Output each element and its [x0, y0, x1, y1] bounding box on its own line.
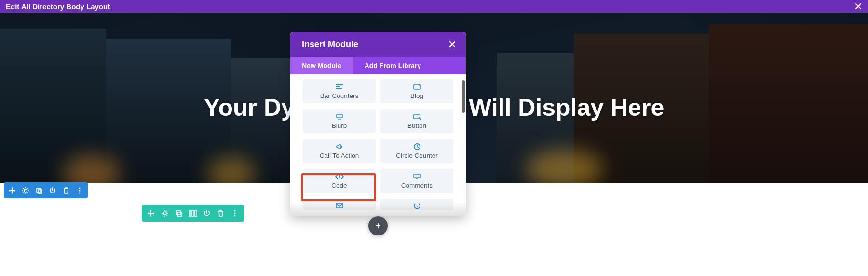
settings-icon[interactable]: [21, 186, 30, 195]
envelope-icon: [335, 202, 344, 209]
delete-icon[interactable]: [217, 209, 225, 218]
svg-rect-15: [336, 84, 343, 85]
more-icon[interactable]: [231, 209, 239, 218]
modal-tabs: New Module Add From Library: [290, 57, 466, 74]
tab-new-module[interactable]: New Module: [290, 57, 353, 74]
countdown-icon: [413, 202, 421, 209]
svg-point-3: [79, 187, 81, 189]
svg-rect-19: [337, 114, 342, 118]
row-toolbar: [142, 205, 244, 222]
close-icon[interactable]: [854, 2, 862, 10]
svg-point-6: [163, 212, 166, 215]
module-label: Call To Action: [320, 152, 359, 159]
close-icon[interactable]: [448, 41, 456, 48]
svg-rect-10: [192, 210, 194, 216]
settings-icon[interactable]: [161, 209, 169, 218]
duplicate-icon[interactable]: [175, 209, 183, 218]
svg-rect-16: [336, 86, 340, 87]
svg-point-4: [79, 190, 81, 191]
code-icon: [335, 173, 344, 180]
svg-point-14: [234, 215, 236, 217]
module-blurb[interactable]: Blurb: [303, 109, 376, 133]
svg-point-13: [234, 213, 236, 214]
svg-rect-11: [195, 210, 197, 216]
duplicate-icon[interactable]: [35, 186, 43, 195]
topbar: Edit All Directory Body Layout: [0, 0, 868, 13]
modal-header: Insert Module: [290, 32, 466, 57]
module-circle-counter[interactable]: Circle Counter: [380, 139, 453, 163]
svg-point-5: [79, 192, 81, 193]
svg-rect-8: [178, 212, 182, 216]
module-label: Button: [407, 122, 426, 129]
module-label: Blurb: [332, 122, 347, 129]
add-module-button[interactable]: +: [368, 216, 388, 235]
delete-icon[interactable]: [62, 186, 70, 195]
module-code[interactable]: Code: [303, 169, 376, 193]
section-toolbar: [4, 182, 88, 198]
svg-rect-23: [336, 203, 343, 208]
modal-body: Accordion Audio Bar Counters Blog: [290, 74, 466, 216]
module-contact[interactable]: [303, 199, 376, 210]
tab-add-from-library[interactable]: Add From Library: [353, 57, 433, 74]
module-bar-counters[interactable]: Bar Counters: [303, 79, 376, 103]
power-icon[interactable]: [48, 186, 57, 195]
blurb-icon: [335, 113, 344, 121]
button-icon: [412, 113, 422, 121]
circle-counter-icon: [413, 143, 421, 151]
module-label: Bar Counters: [320, 92, 359, 99]
page-title: Edit All Directory Body Layout: [6, 2, 110, 11]
module-label: Code: [331, 182, 347, 189]
svg-rect-9: [189, 210, 191, 216]
module-button[interactable]: Button: [380, 109, 453, 133]
module-label: Circle Counter: [396, 152, 437, 159]
module-countdown[interactable]: [380, 199, 453, 210]
svg-point-12: [234, 210, 236, 212]
power-icon[interactable]: [203, 209, 211, 218]
module-call-to-action[interactable]: Call To Action: [303, 139, 376, 163]
svg-rect-20: [338, 119, 341, 120]
module-label: Comments: [401, 182, 433, 189]
svg-rect-17: [336, 88, 342, 89]
module-label: Blog: [410, 92, 423, 99]
move-icon[interactable]: [8, 186, 16, 195]
svg-point-0: [24, 189, 27, 192]
svg-rect-1: [37, 188, 41, 192]
bars-icon: [335, 83, 344, 91]
blog-icon: [413, 83, 421, 91]
move-icon[interactable]: [147, 209, 155, 218]
module-blog[interactable]: Blog: [380, 79, 453, 103]
modal-title: Insert Module: [302, 40, 358, 50]
svg-rect-2: [38, 190, 42, 193]
svg-rect-7: [176, 211, 180, 215]
more-icon[interactable]: [75, 186, 84, 195]
megaphone-icon: [335, 143, 344, 151]
insert-module-modal: Insert Module New Module Add From Librar…: [290, 32, 466, 216]
columns-icon[interactable]: [189, 209, 197, 218]
module-comments[interactable]: Comments: [380, 169, 453, 193]
comments-icon: [413, 173, 421, 180]
